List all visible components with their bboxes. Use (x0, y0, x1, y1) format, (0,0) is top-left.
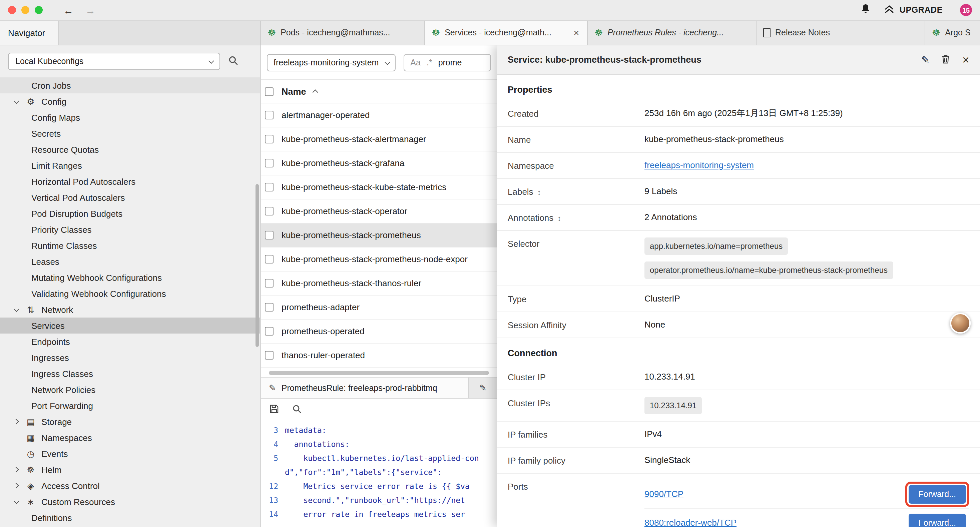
table-row[interactable]: kube-prometheus-stack-thanos-ruler (261, 272, 497, 296)
maximize-window-button[interactable] (35, 6, 43, 14)
port-link[interactable]: 9090/TCP (644, 488, 684, 500)
forward-icon[interactable]: → (80, 5, 102, 15)
chevron-down-icon[interactable] (14, 306, 19, 312)
forward-button[interactable]: Forward... (908, 485, 966, 504)
sidebar-scrollbar[interactable] (256, 184, 259, 347)
row-checkbox[interactable] (265, 159, 274, 167)
row-checkbox[interactable] (265, 231, 274, 239)
regex-toggle[interactable]: .* (426, 58, 432, 67)
sidebar-item-priority-classes[interactable]: Priority Classes (0, 221, 260, 237)
sidebar-item-secrets[interactable]: Secrets (0, 126, 260, 142)
tab-services-icecheng-math[interactable]: ☸Services - icecheng@math...× (425, 21, 588, 45)
sidebar-item-ingress-classes[interactable]: Ingress Classes (0, 366, 260, 382)
sidebar-item-pod-disruption-budgets[interactable]: Pod Disruption Budgets (0, 205, 260, 221)
notification-count-badge[interactable]: 15 (960, 4, 972, 16)
table-row[interactable]: kube-prometheus-stack-prometheus-node-ex… (261, 247, 497, 272)
sidebar-item-events[interactable]: ◷Events (0, 446, 260, 462)
tab-pods-icecheng-mathmas[interactable]: ☸Pods - icecheng@mathmas... (261, 21, 425, 45)
sidebar-item-label: Config Maps (31, 112, 80, 123)
row-checkbox[interactable] (265, 303, 274, 312)
editor-tab-partial[interactable]: ✎ (469, 377, 497, 398)
edit-pencil-icon[interactable]: ✎ (921, 55, 930, 65)
sidebar-item-services[interactable]: Services (0, 318, 260, 334)
row-checkbox[interactable] (265, 207, 274, 215)
editor-tab[interactable]: ✎ PrometheusRule: freeleaps-prod-rabbitm… (261, 377, 469, 398)
sidebar-item-endpoints[interactable]: Endpoints (0, 334, 260, 350)
sidebar-item-validating-webhook-configurations[interactable]: Validating Webhook Configurations (0, 285, 260, 301)
row-checkbox[interactable] (265, 135, 274, 143)
row-checkbox[interactable] (265, 327, 274, 336)
close-window-button[interactable] (8, 6, 16, 14)
sidebar-item-config-maps[interactable]: Config Maps (0, 110, 260, 126)
kubeconfig-select[interactable]: Local Kubeconfigs (8, 53, 220, 70)
avatar[interactable] (950, 313, 970, 334)
table-row[interactable]: prometheus-operated (261, 320, 497, 344)
port-link[interactable]: 8080:reloader-web/TCP (644, 517, 737, 527)
bell-icon[interactable] (861, 3, 871, 17)
navigator-tab[interactable]: Navigator (0, 21, 59, 45)
sidebar-search-icon[interactable] (228, 55, 238, 68)
sidebar-item-network[interactable]: ⇅Network (0, 301, 260, 318)
sidebar-item-mutating-webhook-configurations[interactable]: Mutating Webhook Configurations (0, 269, 260, 285)
sidebar-item-custom-resources[interactable]: ∗Custom Resources (0, 494, 260, 509)
sidebar-item-storage[interactable]: ▤Storage (0, 414, 260, 430)
sort-icon[interactable]: ↕ (557, 214, 561, 222)
tab-close-icon[interactable]: × (573, 27, 581, 38)
forward-button[interactable]: Forward... (908, 513, 966, 527)
sidebar-item-namespaces[interactable]: ▦Namespaces (0, 430, 260, 446)
sort-icon[interactable]: ↕ (538, 188, 541, 196)
row-checkbox[interactable] (265, 183, 274, 191)
chevron-right-icon[interactable] (13, 467, 19, 473)
chevron-down-icon[interactable] (14, 498, 19, 504)
back-icon[interactable]: ← (57, 5, 80, 15)
sidebar-item-leases[interactable]: Leases (0, 253, 260, 269)
tab-argo-s[interactable]: ☸Argo S (925, 21, 980, 45)
upgrade-button[interactable]: UPGRADE (884, 4, 943, 16)
horizontal-scrollbar[interactable] (265, 370, 497, 376)
table-row[interactable]: kube-prometheus-stack-alertmanager (261, 127, 497, 151)
sort-ascending-icon[interactable] (312, 89, 318, 95)
table-row[interactable]: kube-prometheus-stack-prometheus (261, 223, 497, 247)
table-row[interactable]: thanos-ruler-operated (261, 344, 497, 368)
editor-search-icon[interactable] (292, 404, 302, 416)
row-checkbox[interactable] (265, 111, 274, 119)
sidebar-item-access-control[interactable]: ◈Access Control (0, 478, 260, 494)
row-checkbox[interactable] (265, 255, 274, 263)
match-case-toggle[interactable]: Aa (410, 58, 421, 67)
minimize-window-button[interactable] (21, 6, 29, 14)
select-all-checkbox[interactable] (265, 87, 274, 96)
namespace-filter-select[interactable]: freeleaps-monitoring-system (267, 54, 396, 71)
tab-release-notes[interactable]: Release Notes (757, 21, 925, 45)
sidebar-item-limit-ranges[interactable]: Limit Ranges (0, 158, 260, 174)
sidebar-item-config[interactable]: ⚙Config (0, 93, 260, 110)
scrollbar-thumb[interactable] (269, 371, 489, 375)
table-row[interactable]: kube-prometheus-stack-grafana (261, 151, 497, 175)
sidebar-item-cron-jobs[interactable]: Cron Jobs (0, 77, 260, 93)
table-row[interactable]: alertmanager-operated (261, 103, 497, 127)
search-input[interactable]: Aa .* prome (404, 54, 491, 71)
sidebar-item-port-forwarding[interactable]: Port Forwarding (0, 398, 260, 414)
delete-trash-icon[interactable] (942, 54, 950, 65)
sidebar-item-definitions[interactable]: Definitions (0, 509, 260, 525)
name-column-header[interactable]: Name (282, 86, 306, 96)
chevron-right-icon[interactable] (13, 419, 19, 425)
sidebar-item-network-policies[interactable]: Network Policies (0, 382, 260, 398)
yaml-editor[interactable]: 3metadata:4 annotations:5 kubectl.kubern… (261, 421, 497, 522)
sidebar-item-ingresses[interactable]: Ingresses (0, 350, 260, 366)
table-row[interactable]: prometheus-adapter (261, 296, 497, 320)
table-row[interactable]: kube-prometheus-stack-kube-state-metrics (261, 175, 497, 199)
close-icon[interactable]: × (963, 54, 969, 66)
save-icon[interactable] (269, 404, 279, 416)
chevron-down-icon[interactable] (14, 98, 19, 104)
sidebar-item-vertical-pod-autoscalers[interactable]: Vertical Pod Autoscalers (0, 189, 260, 205)
row-checkbox[interactable] (265, 279, 274, 288)
tab-prometheus-rules-icecheng[interactable]: ☸Prometheus Rules - icecheng... (588, 21, 757, 45)
namespace-link[interactable]: freeleaps-monitoring-system (644, 160, 754, 170)
sidebar-item-resource-quotas[interactable]: Resource Quotas (0, 142, 260, 158)
sidebar-item-horizontal-pod-autoscalers[interactable]: Horizontal Pod Autoscalers (0, 174, 260, 189)
chevron-right-icon[interactable] (13, 483, 19, 489)
sidebar-item-runtime-classes[interactable]: Runtime Classes (0, 237, 260, 253)
sidebar-item-helm[interactable]: ☸Helm (0, 462, 260, 478)
row-checkbox[interactable] (265, 351, 274, 360)
table-row[interactable]: kube-prometheus-stack-operator (261, 199, 497, 223)
